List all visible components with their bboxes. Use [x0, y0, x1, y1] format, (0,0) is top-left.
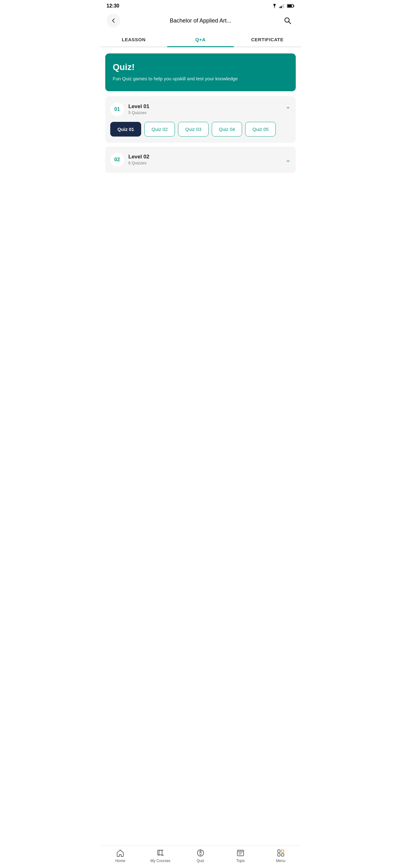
svg-point-19 — [240, 851, 241, 851]
quiz-02-button[interactable]: Quiz 02 — [144, 122, 175, 136]
search-button[interactable] — [281, 14, 295, 28]
header: Bachelor of Applied Art... — [100, 11, 301, 32]
svg-rect-24 — [281, 854, 284, 856]
level-01-info: Level 01 5 Quizzes — [128, 103, 149, 115]
topic-icon — [236, 849, 245, 857]
level-01-header[interactable]: 01 Level 01 5 Quizzes ⌃ — [110, 102, 291, 116]
nav-home[interactable]: Home — [100, 849, 140, 863]
svg-rect-2 — [281, 6, 282, 8]
level-01-left: 01 Level 01 5 Quizzes — [110, 102, 149, 116]
nav-menu-label: Menu — [276, 859, 286, 863]
nav-quiz[interactable]: Quiz — [180, 849, 221, 863]
level-02-header[interactable]: 02 Level 02 6 Quizzes ⌄ — [110, 153, 291, 166]
page-title: Bachelor of Applied Art... — [120, 18, 281, 24]
level-01-chevron-up[interactable]: ⌃ — [286, 105, 291, 113]
quiz-04-button[interactable]: Quiz 04 — [212, 122, 242, 136]
tab-lesson[interactable]: LEASSON — [100, 32, 167, 46]
svg-line-9 — [289, 22, 291, 24]
svg-point-20 — [242, 851, 242, 851]
quiz-banner-title: Quiz! — [113, 62, 288, 72]
menu-grid-icon — [276, 849, 285, 857]
level-02-info: Level 02 6 Quizzes — [128, 154, 149, 165]
home-icon — [116, 849, 125, 857]
quiz-05-button[interactable]: Quiz 05 — [245, 122, 276, 136]
status-bar: 12:30 — [100, 0, 301, 11]
svg-point-11 — [200, 851, 201, 852]
nav-topic[interactable]: Topic — [221, 849, 261, 863]
bottom-navigation: Home My Courses — [100, 845, 301, 868]
svg-point-0 — [274, 7, 275, 8]
svg-rect-3 — [282, 5, 283, 8]
tab-certificate[interactable]: CERTIFICATE — [234, 32, 301, 46]
svg-rect-6 — [293, 5, 294, 6]
level-01-quiz-grid: Quiz 01 Quiz 02 Quiz 03 Quiz 04 Quiz 05 — [110, 122, 291, 136]
book-icon — [156, 849, 165, 857]
quiz-01-button[interactable]: Quiz 01 — [110, 122, 141, 136]
wifi-icon — [271, 4, 278, 8]
quiz-banner-description: Fun Quiz games to help you upskill and t… — [113, 75, 288, 83]
nav-mycourses-label: My Courses — [151, 859, 170, 863]
battery-icon — [287, 4, 295, 8]
level-01-count: 5 Quizzes — [128, 110, 149, 115]
level-02-count: 6 Quizzes — [128, 161, 149, 165]
level-02-left: 02 Level 02 6 Quizzes — [110, 153, 149, 166]
level-01-name: Level 01 — [128, 103, 149, 110]
quiz-03-button[interactable]: Quiz 03 — [178, 122, 209, 136]
svg-rect-7 — [288, 5, 292, 7]
back-arrow-icon — [110, 18, 116, 24]
level-02-name: Level 02 — [128, 154, 149, 160]
level-01-number: 01 — [110, 102, 124, 116]
svg-point-18 — [239, 851, 239, 851]
quiz-banner: Quiz! Fun Quiz games to help you upskill… — [105, 54, 296, 91]
status-icons — [271, 4, 295, 8]
level-01-card: 01 Level 01 5 Quizzes ⌃ Quiz 01 Quiz 02 … — [105, 96, 296, 143]
level-02-number: 02 — [110, 153, 124, 166]
status-time: 12:30 — [106, 3, 119, 9]
level-02-chevron-down[interactable]: ⌄ — [286, 156, 291, 163]
tabs: LEASSON Q+A CERTIFICATE — [100, 32, 301, 47]
nav-topic-label: Topic — [236, 859, 245, 863]
svg-rect-1 — [279, 7, 280, 8]
svg-line-16 — [198, 851, 198, 851]
back-button[interactable] — [106, 14, 120, 28]
svg-rect-4 — [283, 4, 284, 8]
level-02-card: 02 Level 02 6 Quizzes ⌄ — [105, 147, 296, 173]
nav-home-label: Home — [115, 859, 125, 863]
svg-rect-21 — [278, 850, 280, 852]
svg-line-15 — [203, 851, 204, 851]
nav-menu[interactable]: Menu — [261, 849, 301, 863]
nav-mycourses[interactable]: My Courses — [140, 849, 180, 863]
search-icon — [283, 17, 292, 25]
signal-icon — [279, 4, 285, 8]
svg-rect-23 — [278, 854, 280, 856]
quiz-icon — [196, 849, 205, 857]
nav-quiz-label: Quiz — [197, 859, 205, 863]
tab-qa[interactable]: Q+A — [167, 32, 234, 46]
svg-rect-22 — [281, 850, 284, 852]
